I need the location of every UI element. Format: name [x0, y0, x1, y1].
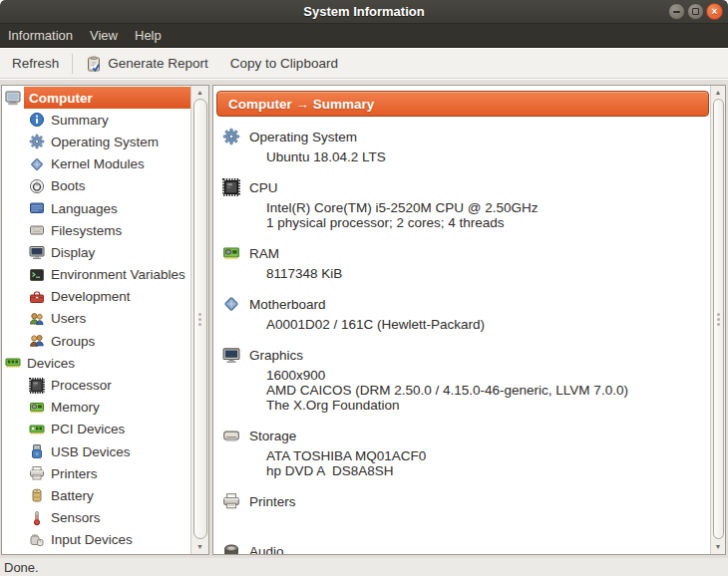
- sidebar-item-label: Processor: [51, 378, 112, 393]
- scroll-down-arrow-icon[interactable]: ▼: [711, 540, 725, 553]
- display-icon: [29, 244, 45, 260]
- scroll-down-arrow-icon[interactable]: ▼: [191, 540, 208, 553]
- sidebar-item-label: Summary: [51, 113, 109, 128]
- terminal-icon: [29, 267, 45, 283]
- section-title: Motherboard: [249, 297, 326, 312]
- sidebar-item-operating-system[interactable]: Operating System: [2, 131, 190, 152]
- sidebar-item-computer[interactable]: Computer: [2, 87, 190, 109]
- sidebar-item-label: Users: [51, 311, 86, 326]
- section-heading: RAM: [222, 243, 709, 263]
- sidebar-item-label: Input Devices: [51, 532, 133, 547]
- memory-icon: [222, 244, 240, 262]
- scroll-up-arrow-icon[interactable]: ▲: [191, 86, 208, 99]
- sidebar-item-boots[interactable]: Boots: [2, 175, 190, 197]
- section-values: 1600x900AMD CAICOS (DRM 2.50.0 / 4.15.0-…: [266, 368, 709, 413]
- menu-information[interactable]: Information: [8, 28, 73, 43]
- sidebar-item-label: Boots: [51, 178, 86, 193]
- section-values: 8117348 KiB: [266, 266, 709, 281]
- sidebar-item-languages[interactable]: Languages: [2, 197, 190, 219]
- main-scrollbar[interactable]: ▲ ▼: [710, 86, 725, 554]
- section-heading: Printers: [222, 491, 709, 511]
- section-value: ATA TOSHIBA MQ01ACF0: [266, 448, 709, 463]
- refresh-button[interactable]: Refresh: [8, 53, 63, 74]
- sidebar-item-item[interactable]: [2, 551, 190, 554]
- sidebar-scrollbar[interactable]: ▲ ▼: [190, 86, 208, 554]
- sidebar-item-label: Printers: [51, 466, 98, 481]
- content-area: ComputerSummaryOperating SystemKernel Mo…: [0, 80, 728, 558]
- sidebar-item-printers[interactable]: Printers: [2, 462, 190, 484]
- maximize-button[interactable]: [687, 3, 704, 20]
- power-icon: [29, 178, 45, 194]
- summary-content: Computer → Summary Operating SystemUbunt…: [213, 86, 710, 554]
- window-controls: ×: [668, 3, 723, 20]
- module-diamond-icon: [29, 156, 45, 172]
- sidebar-item-sensors[interactable]: Sensors: [2, 507, 190, 529]
- summary-sections: Operating SystemUbuntu 18.04.2 LTSCPUInt…: [216, 127, 709, 554]
- sidebar-item-users[interactable]: Users: [2, 308, 190, 330]
- gear-icon: [222, 128, 240, 145]
- display-icon: [222, 346, 240, 364]
- section-values: Intel(R) Core(TM) i5-2520M CPU @ 2.50GHz…: [266, 200, 709, 230]
- printer-icon: [29, 465, 45, 481]
- main-scrollbar-thumb[interactable]: [713, 99, 724, 539]
- sidebar-item-devices[interactable]: Devices: [2, 352, 190, 374]
- section-heading: CPU: [222, 177, 709, 197]
- sidebar-item-label: Devices: [27, 356, 75, 371]
- sidebar-item-groups[interactable]: Groups: [2, 330, 190, 352]
- minimize-button[interactable]: [668, 3, 685, 20]
- section-value: Intel(R) Core(TM) i5-2520M CPU @ 2.50GHz: [266, 200, 709, 215]
- sidebar-item-pci-devices[interactable]: PCI Devices: [2, 419, 190, 440]
- sidebar-item-label: Groups: [51, 334, 95, 349]
- processor-icon: [29, 378, 45, 394]
- section-values: ATA TOSHIBA MQ01ACF0hp DVD A DS8A8SH: [266, 448, 709, 478]
- generate-report-button[interactable]: Generate Report: [82, 53, 212, 75]
- menu-view[interactable]: View: [90, 28, 118, 43]
- section-values: A0001D02 / 161C (Hewlett-Packard): [266, 317, 709, 332]
- section-value: A0001D02 / 161C (Hewlett-Packard): [266, 317, 709, 332]
- sidebar-item-input-devices[interactable]: Input Devices: [2, 529, 190, 551]
- sensor-icon: [29, 510, 45, 526]
- sidebar-item-development[interactable]: Development: [2, 286, 190, 308]
- section-cpu: CPUIntel(R) Core(TM) i5-2520M CPU @ 2.50…: [222, 177, 709, 230]
- sidebar-item-label: Kernel Modules: [51, 156, 145, 171]
- sidebar-item-label: Battery: [51, 488, 94, 503]
- sidebar-panel: ComputerSummaryOperating SystemKernel Mo…: [1, 85, 209, 555]
- sidebar-item-label: Sensors: [51, 510, 101, 525]
- filesystem-icon: [29, 222, 45, 238]
- titlebar[interactable]: System Information ×: [0, 0, 728, 24]
- info-icon: [29, 112, 45, 128]
- section-title: Graphics: [249, 348, 303, 363]
- copy-to-clipboard-button[interactable]: Copy to Clipboard: [226, 53, 342, 74]
- toolbar: Refresh Generate Report Copy to Clipboar…: [0, 49, 728, 79]
- users-icon: [29, 311, 45, 327]
- sidebar-item-label: Development: [51, 289, 131, 304]
- section-audio: Audio: [222, 541, 709, 554]
- sidebar-item-battery[interactable]: Battery: [2, 484, 190, 506]
- section-heading: Storage: [222, 426, 709, 445]
- sidebar-item-label: Environment Variables: [51, 267, 185, 282]
- sidebar-item-display[interactable]: Display: [2, 241, 190, 263]
- module-diamond-icon: [222, 295, 240, 313]
- section-operating-system: Operating SystemUbuntu 18.04.2 LTS: [222, 127, 709, 164]
- sidebar-item-kernel-modules[interactable]: Kernel Modules: [2, 153, 190, 175]
- menubar: Information View Help: [0, 24, 728, 48]
- section-title: CPU: [249, 180, 278, 195]
- sidebar-item-memory[interactable]: Memory: [2, 397, 190, 419]
- section-value: Ubuntu 18.04.2 LTS: [266, 149, 709, 164]
- close-button[interactable]: ×: [706, 3, 723, 20]
- printer-icon: [222, 492, 240, 510]
- sidebar-item-environment-variables[interactable]: Environment Variables: [2, 264, 190, 286]
- section-title: Printers: [249, 494, 296, 509]
- devices-chip-icon: [5, 355, 21, 371]
- close-icon: ×: [712, 7, 718, 17]
- sidebar-item-filesystems[interactable]: Filesystems: [2, 219, 190, 241]
- scroll-up-arrow-icon[interactable]: ▲: [711, 86, 725, 99]
- sidebar-item-summary[interactable]: Summary: [2, 109, 190, 131]
- section-heading: Operating System: [222, 127, 709, 146]
- input-devices-icon: [29, 532, 45, 548]
- sidebar-item-usb-devices[interactable]: USB Devices: [2, 440, 190, 462]
- processor-icon: [222, 178, 240, 196]
- menu-help[interactable]: Help: [135, 28, 162, 43]
- sidebar-scrollbar-thumb[interactable]: [193, 99, 207, 539]
- sidebar-item-processor[interactable]: Processor: [2, 374, 190, 396]
